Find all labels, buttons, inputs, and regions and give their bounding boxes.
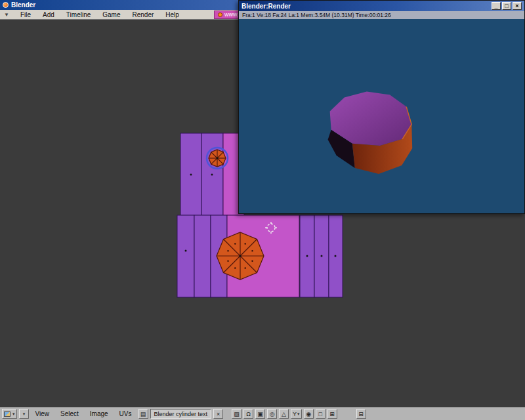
blender-logo-icon bbox=[3, 2, 9, 8]
blender-org-icon bbox=[218, 12, 222, 17]
menu-uv-view[interactable]: View bbox=[31, 410, 54, 417]
grid-icon-button[interactable]: ⊞ bbox=[327, 409, 337, 419]
menu-file[interactable]: File bbox=[14, 11, 37, 18]
uv-face-dot[interactable] bbox=[211, 174, 213, 176]
menu-uv-uvs[interactable]: UVs bbox=[115, 410, 136, 417]
header-collapse-button[interactable]: ▾ bbox=[19, 409, 29, 419]
texture-icon: ▧ bbox=[234, 411, 240, 417]
panel-collapse-button[interactable]: ⊟ bbox=[356, 409, 366, 419]
menu-render[interactable]: Render bbox=[127, 11, 160, 18]
unlink-image-button[interactable]: × bbox=[213, 409, 223, 419]
window-controls: _ □ × bbox=[492, 2, 522, 10]
pack-icon: ▣ bbox=[257, 411, 263, 417]
menu-timeline[interactable]: Timeline bbox=[60, 11, 96, 18]
maximize-button[interactable]: □ bbox=[502, 2, 511, 10]
uv-face-dot[interactable] bbox=[306, 255, 308, 257]
image-editor-icon bbox=[4, 411, 10, 417]
uv-face-dot[interactable] bbox=[335, 255, 337, 257]
target-icon-button[interactable]: ◎ bbox=[267, 409, 277, 419]
texture-icon-button[interactable]: ▧ bbox=[232, 409, 242, 419]
image-browse-button[interactable]: ▤ bbox=[138, 409, 148, 419]
minimize-button[interactable]: _ bbox=[492, 2, 501, 10]
omega-icon-button[interactable]: Ω bbox=[243, 409, 253, 419]
sticky-uv-menu-button[interactable]: Y ▾ bbox=[291, 409, 302, 419]
rendered-cylinder bbox=[239, 19, 524, 213]
uv-face-dot[interactable] bbox=[185, 250, 187, 252]
proportional-edit-button[interactable]: △ bbox=[279, 409, 289, 419]
render-stats-bar: Fra:1 Ve:18 Fa:24 La:1 Mem:3.54M (10.31M… bbox=[239, 11, 524, 19]
triangle-icon: △ bbox=[282, 411, 286, 417]
menu-add[interactable]: Add bbox=[37, 11, 60, 18]
blender-app: Blender ▼ File Add Timeline Game Render … bbox=[0, 0, 525, 420]
window-type-collapse-icon[interactable]: ▼ bbox=[0, 12, 14, 18]
collapse-arrow-icon: ▾ bbox=[23, 411, 26, 417]
uv-cap-small-wheel[interactable] bbox=[207, 148, 228, 169]
menu-game[interactable]: Game bbox=[96, 11, 126, 18]
pack-icon-button[interactable]: ▣ bbox=[255, 409, 265, 419]
render-window: Blender:Render _ □ × Fra:1 Ve:18 Fa:24 L… bbox=[238, 0, 525, 214]
pivot-icon-button[interactable]: ◉ bbox=[304, 409, 314, 419]
menu-help[interactable]: Help bbox=[159, 11, 185, 18]
target-icon: ◎ bbox=[270, 411, 275, 417]
uv-face-dot[interactable] bbox=[190, 174, 192, 176]
omega-icon: Ω bbox=[246, 411, 251, 417]
uv-cap-large-wheel[interactable] bbox=[217, 232, 264, 280]
render-result-area bbox=[239, 19, 524, 213]
grid-icon: ⊞ bbox=[329, 411, 335, 417]
uv-face-dot[interactable] bbox=[321, 255, 323, 257]
collapse-panel-icon: ⊟ bbox=[358, 411, 364, 417]
menu-uv-image[interactable]: Image bbox=[85, 410, 113, 417]
square-icon-button[interactable]: □ bbox=[316, 409, 326, 419]
axis-y-icon: Y bbox=[293, 411, 297, 417]
render-window-titlebar[interactable]: Blender:Render _ □ × bbox=[239, 1, 524, 11]
menu-uv-select[interactable]: Select bbox=[56, 410, 83, 417]
dropdown-arrow-icon: ▾ bbox=[12, 411, 15, 417]
close-button[interactable]: × bbox=[513, 2, 522, 10]
uv-editor-header: ▾ ▾ View Select Image UVs ▤ Blender cyli… bbox=[0, 407, 525, 420]
square-icon: □ bbox=[318, 411, 322, 417]
editor-type-button[interactable]: ▾ bbox=[2, 409, 17, 419]
dropdown-arrow-icon: ▾ bbox=[297, 411, 300, 417]
pivot-icon: ◉ bbox=[306, 411, 311, 417]
browse-datablock-icon: ▤ bbox=[140, 411, 146, 417]
window-title: Blender bbox=[11, 1, 35, 9]
image-datablock-name[interactable]: Blender cylinder text bbox=[150, 409, 212, 419]
render-window-title: Blender:Render bbox=[242, 3, 291, 10]
